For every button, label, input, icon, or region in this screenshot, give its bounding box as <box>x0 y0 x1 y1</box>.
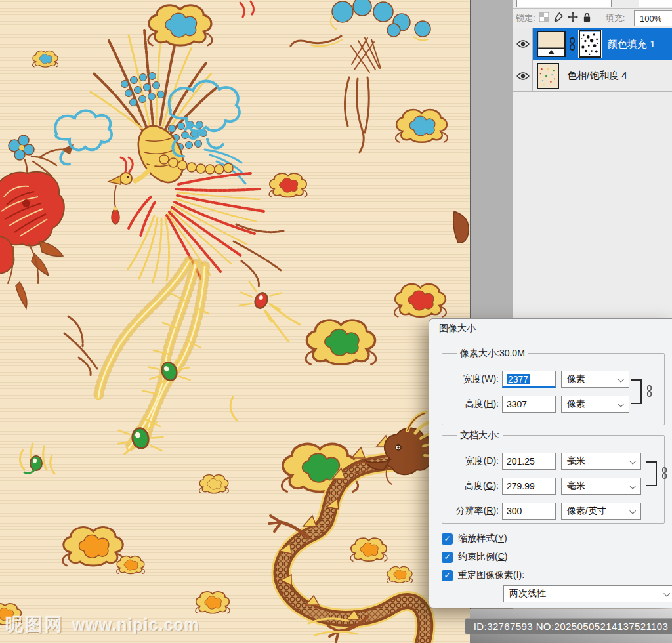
constrain-proportions-option[interactable]: ✓ 约束比例(C) <box>442 550 507 564</box>
height-pixels-input[interactable]: 3307 <box>502 396 556 413</box>
image-size-dialog: 图像大小 像素大小:30.0M 宽度(W): 2377 像素 高度(H): 33… <box>429 318 672 608</box>
resample-image-option[interactable]: ✓ 重定图像像素(I): <box>442 569 524 582</box>
dialog-title: 图像大小 <box>439 323 476 335</box>
doc-width-unit-select[interactable]: 毫米 <box>561 453 641 470</box>
doc-width-input[interactable]: 201.25 <box>502 453 556 470</box>
chevron-down-icon <box>629 458 636 465</box>
doc-height-unit-select[interactable]: 毫米 <box>561 478 641 495</box>
status-bar: ID:32767593 NO:20250505214137521103 <box>470 609 672 643</box>
fill-value-field[interactable]: 100% <box>634 10 672 26</box>
scale-styles-option[interactable]: ✓ 缩放样式(Y) <box>442 532 507 545</box>
width-pixels-input[interactable]: 2377 <box>502 371 556 388</box>
height-label: 高度(H): <box>442 398 499 410</box>
link-chain-icon <box>662 467 667 482</box>
layer-mask-link-icon[interactable] <box>569 37 576 51</box>
opacity-field[interactable] <box>639 0 672 7</box>
height-unit-select[interactable]: 像素 <box>561 396 629 413</box>
width-unit-select[interactable]: 像素 <box>561 371 629 388</box>
image-id-badge: ID:32767593 NO:20250505214137521103 <box>465 618 672 634</box>
width-label: 宽度(W): <box>442 373 499 385</box>
resolution-input[interactable]: 300 <box>502 503 556 520</box>
lock-paint-icon[interactable] <box>553 12 563 24</box>
checkbox-checked-icon[interactable]: ✓ <box>442 552 453 563</box>
lock-label: 锁定: <box>516 12 536 24</box>
nipic-watermark: 昵图网 www.nipic.com <box>5 613 200 636</box>
lock-position-icon[interactable] <box>568 12 578 24</box>
link-chain-icon <box>646 385 652 400</box>
dimension-link-bracket <box>631 379 642 404</box>
layer-mask-thumbnail[interactable] <box>579 30 601 58</box>
layer-row-hue-saturation[interactable]: 色相/饱和度 4 <box>513 60 672 92</box>
checkbox-checked-icon[interactable]: ✓ <box>442 570 453 581</box>
eye-icon <box>516 39 530 49</box>
chevron-down-icon <box>663 591 670 597</box>
layer-row-color-fill[interactable]: 颜色填充 1 <box>513 28 672 60</box>
chevron-down-icon <box>618 401 624 407</box>
doc-height-input[interactable]: 279.99 <box>502 478 556 495</box>
lock-all-icon[interactable] <box>583 12 591 24</box>
visibility-toggle[interactable] <box>513 28 533 60</box>
watermark-brand: 昵图网 <box>5 613 64 636</box>
pixel-dimensions-group: 像素大小:30.0M 宽度(W): 2377 像素 高度(H): 3307 像素 <box>442 353 665 425</box>
cloud-small-blue <box>33 51 58 67</box>
constrain-proportions-label: 约束比例(C) <box>458 551 507 563</box>
dimension-link-bracket <box>646 461 657 486</box>
visibility-toggle[interactable] <box>513 60 533 92</box>
fill-layer-thumbnail[interactable] <box>537 31 566 57</box>
resample-image-label: 重定图像像素(I): <box>458 570 524 581</box>
document-size-label: 文档大小: <box>457 430 503 442</box>
resample-method-select[interactable]: 两次线性 <box>503 585 672 602</box>
watermark-url: www.nipic.com <box>72 615 200 634</box>
fill-label: 填充: <box>606 12 625 24</box>
pixel-dimensions-label: 像素大小:30.0M <box>457 348 528 360</box>
layer-name: 色相/饱和度 4 <box>567 70 627 82</box>
resolution-label: 分辨率(R): <box>442 505 499 517</box>
chevron-down-icon <box>629 508 636 514</box>
photoshop-workspace: 昵图网 www.nipic.com 锁定: <box>0 0 672 643</box>
embroidery-artwork <box>0 0 470 643</box>
chevron-down-icon <box>618 376 624 383</box>
scale-styles-label: 缩放样式(Y) <box>458 533 507 545</box>
document-canvas[interactable]: 昵图网 www.nipic.com <box>0 0 470 643</box>
blend-mode-select[interactable] <box>516 0 612 7</box>
eye-icon <box>516 72 530 81</box>
resolution-unit-select[interactable]: 像素/英寸 <box>561 503 641 520</box>
layer-thumbnail[interactable] <box>537 63 559 89</box>
lock-transparency-icon[interactable] <box>539 12 549 24</box>
layer-lock-bar: 锁定: 填充: 100% <box>513 9 672 28</box>
checkbox-checked-icon[interactable]: ✓ <box>442 533 453 545</box>
chevron-down-icon <box>629 483 636 489</box>
layer-name: 颜色填充 1 <box>608 38 656 51</box>
doc-width-label: 宽度(D): <box>442 455 499 467</box>
cloud-big-blue <box>148 5 212 45</box>
document-size-group: 文档大小: 宽度(D): 201.25 毫米 高度(G): 279.99 毫米 … <box>442 435 665 524</box>
doc-height-label: 高度(G): <box>442 480 499 492</box>
